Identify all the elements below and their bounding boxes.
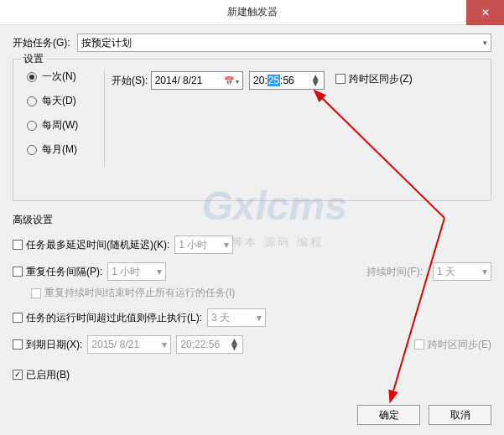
radio-icon xyxy=(27,145,37,155)
begin-task-label: 开始任务(G): xyxy=(13,36,70,50)
chevron-down-icon: ▾ xyxy=(482,266,487,277)
close-button[interactable]: ✕ xyxy=(466,0,504,25)
start-label: 开始(S): xyxy=(112,75,148,86)
chevron-down-icon: ▾ xyxy=(162,339,167,350)
radio-icon xyxy=(27,96,37,106)
stop-select[interactable]: 3 天▾ xyxy=(207,308,266,327)
divider xyxy=(104,70,105,167)
duration-select[interactable]: 1 天▾ xyxy=(433,262,491,281)
repeat-end-label: 重复持续时间结束时停止所有运行的任务(I) xyxy=(44,286,235,300)
chevron-down-icon: ▾ xyxy=(257,312,262,324)
close-icon: ✕ xyxy=(481,7,490,18)
stop-checkbox[interactable] xyxy=(13,313,23,323)
settings-fieldset: 设置 一次(N) 每天(D) 每周(W) 每月(M) 开始(S): 2014/ … xyxy=(13,59,491,201)
radio-weekly[interactable]: 每周(W) xyxy=(27,118,97,132)
chevron-down-icon: ▾ xyxy=(483,39,487,47)
chevron-down-icon: ▾ xyxy=(224,239,229,251)
window-title: 新建触发器 xyxy=(227,5,278,19)
start-date-input[interactable]: 2014/ 8/21 📅▾ xyxy=(151,71,243,90)
spinner-icon: ▲▼ xyxy=(229,339,239,350)
begin-task-value: 按预定计划 xyxy=(81,36,132,50)
radio-icon xyxy=(27,121,37,131)
radio-once[interactable]: 一次(N) xyxy=(27,70,97,84)
expire-sync-label: 跨时区同步(E) xyxy=(428,338,491,352)
settings-legend: 设置 xyxy=(20,52,47,66)
cancel-button[interactable]: 取消 xyxy=(429,405,491,425)
spinner-icon[interactable]: ▲▼ xyxy=(310,75,320,86)
expire-date-input[interactable]: 2015/ 8/21▾ xyxy=(87,335,171,354)
ok-button[interactable]: 确定 xyxy=(357,405,420,425)
chevron-down-icon: ▾ xyxy=(157,266,162,277)
chevron-down-icon: ▾ xyxy=(236,78,239,85)
begin-task-select[interactable]: 按预定计划 ▾ xyxy=(77,34,491,52)
radio-daily[interactable]: 每天(D) xyxy=(27,94,97,108)
advanced-title: 高级设置 xyxy=(13,213,491,227)
start-time-input[interactable]: 20:25:56 ▲▼ xyxy=(249,71,325,90)
repeat-select[interactable]: 1 小时▾ xyxy=(107,262,166,281)
sync-timezone-label: 跨时区同步(Z) xyxy=(349,72,412,86)
enabled-checkbox[interactable] xyxy=(13,370,23,380)
expire-time-input[interactable]: 20:22:56▲▼ xyxy=(176,335,243,354)
radio-icon xyxy=(27,72,37,82)
sync-timezone-checkbox[interactable] xyxy=(335,74,346,84)
expire-checkbox[interactable] xyxy=(13,339,23,350)
delay-select[interactable]: 1 小时▾ xyxy=(174,236,233,254)
duration-label: 持续时间(F): xyxy=(366,265,423,279)
repeat-end-checkbox xyxy=(31,288,41,298)
delay-checkbox[interactable] xyxy=(13,240,23,250)
calendar-icon: 📅 xyxy=(224,76,234,85)
radio-monthly[interactable]: 每月(M) xyxy=(27,142,97,157)
repeat-checkbox[interactable] xyxy=(13,267,23,277)
title-bar: 新建触发器 ✕ xyxy=(0,0,504,25)
expire-sync-checkbox xyxy=(414,339,424,350)
